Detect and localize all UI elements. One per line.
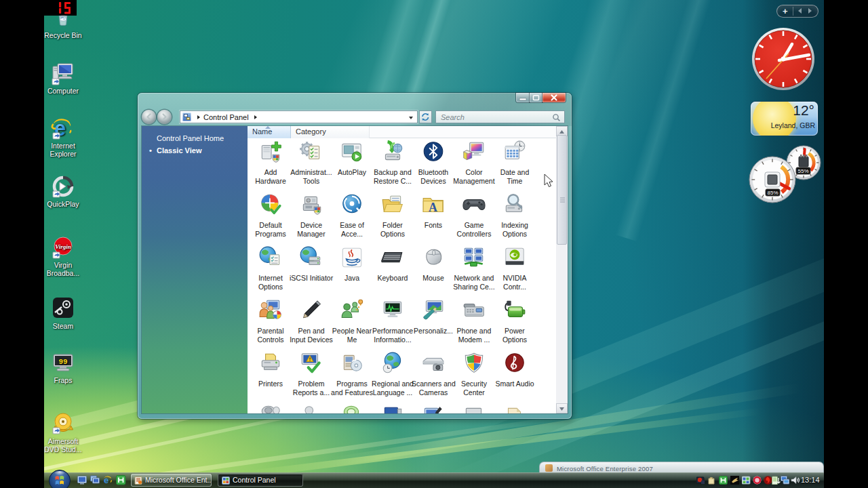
svg-text:A: A — [429, 201, 437, 214]
svg-text:55%: 55% — [797, 168, 808, 174]
svg-text:85%: 85% — [767, 190, 778, 196]
svg-text:Virgin: Virgin — [55, 243, 71, 250]
svg-text:99: 99 — [58, 358, 67, 366]
